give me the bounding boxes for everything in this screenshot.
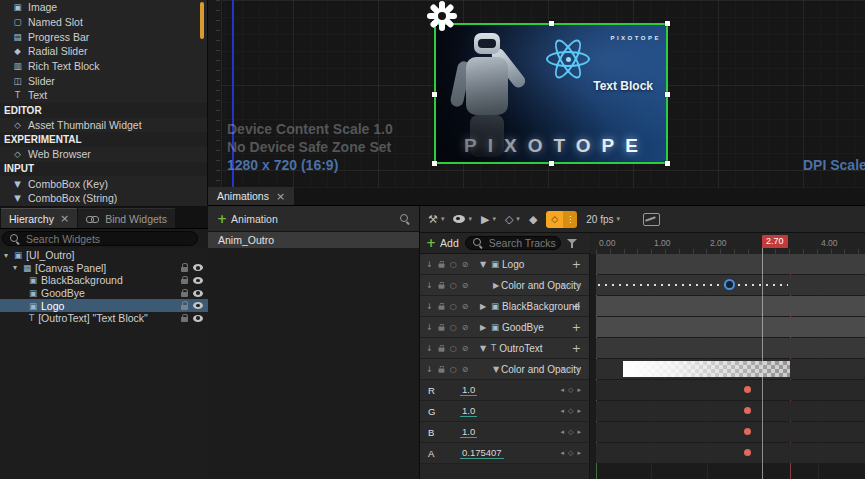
lock-icon[interactable] xyxy=(438,263,444,267)
resize-handle[interactable] xyxy=(549,161,554,166)
previous-keyframe-icon[interactable]: ◂ xyxy=(561,407,565,415)
curve-editor-button[interactable] xyxy=(643,213,660,226)
animation-list-item[interactable]: Anim_Outro xyxy=(208,232,419,248)
keyframe-a[interactable] xyxy=(744,449,751,456)
lane-blackbackground[interactable] xyxy=(596,296,865,316)
close-icon[interactable]: × xyxy=(276,190,285,203)
expander-icon[interactable]: ▶ xyxy=(478,323,488,332)
palette-item-slider[interactable]: ◫Slider xyxy=(0,73,207,88)
palette-item-progress-bar[interactable]: ▤Progress Bar xyxy=(0,29,207,44)
palette-item-image[interactable]: ▣Image xyxy=(0,0,207,15)
lock-icon[interactable] xyxy=(181,279,188,284)
previous-keyframe-icon[interactable]: ◂ xyxy=(561,386,565,394)
palette-section-input[interactable]: INPUT xyxy=(0,162,207,177)
track-row-outrotext[interactable]: ↓○⊘ ▼ T OutroText + xyxy=(420,338,589,359)
track-row-logo[interactable]: ↓○⊘ ▼ ▣ Logo + xyxy=(420,254,589,275)
playhead-line[interactable] xyxy=(762,245,763,479)
tree-item-goodbye[interactable]: ▣ GoodBye xyxy=(0,287,208,300)
lock-icon[interactable] xyxy=(438,305,444,309)
lane-outrotext[interactable] xyxy=(596,338,865,358)
channel-row-g[interactable]: G 1.0 ◂◇▸ xyxy=(420,401,589,422)
solo-icon[interactable]: ○ xyxy=(450,323,457,332)
selected-widget-bounds[interactable]: PIXOTOPE Text Block PIXOTOPE xyxy=(434,23,668,164)
tab-hierarchy[interactable]: Hierarchy × xyxy=(1,208,77,228)
palette-item-combobox-key[interactable]: ▼ComboBox (Key) xyxy=(0,176,207,191)
more-options-icon[interactable]: ⋮ xyxy=(563,211,577,228)
previous-keyframe-icon[interactable]: ◂ xyxy=(561,365,565,373)
channel-row-r[interactable]: R 1.0 ◂◇▸ xyxy=(420,380,589,401)
palette-item-text[interactable]: TText xyxy=(0,88,207,103)
next-keyframe-icon[interactable]: ▸ xyxy=(577,428,581,436)
tab-bind-widgets[interactable]: Bind Widgets xyxy=(78,208,175,228)
previous-keyframe-icon[interactable]: ◂ xyxy=(561,449,565,457)
lock-icon[interactable] xyxy=(181,267,188,272)
keyframe-dot-series[interactable] xyxy=(598,284,788,286)
visibility-eye-icon[interactable] xyxy=(193,264,203,271)
mute-icon[interactable]: ⊘ xyxy=(462,365,469,374)
track-row-color-opacity[interactable]: ↓○⊘ ▶ Color and Opacity ◂◇▸ xyxy=(420,275,589,296)
add-section-icon[interactable]: + xyxy=(572,258,581,271)
visibility-eye-icon[interactable] xyxy=(193,290,203,297)
resize-handle[interactable] xyxy=(665,21,670,26)
selected-keyframe[interactable] xyxy=(724,279,735,290)
add-section-icon[interactable]: + xyxy=(572,342,581,355)
tree-item-outrotext[interactable]: T [OutroText] "Text Block" xyxy=(0,312,208,325)
time-ruler[interactable]: 0.00 1.00 2.00 4.00 xyxy=(590,233,865,255)
lock-icon[interactable] xyxy=(181,292,188,297)
mute-icon[interactable]: ⊘ xyxy=(462,344,469,353)
solo-icon[interactable]: ○ xyxy=(450,302,457,311)
alpha-gradient-section[interactable] xyxy=(623,361,790,377)
search-animations-icon[interactable] xyxy=(400,214,410,224)
add-section-icon[interactable]: + xyxy=(572,321,581,334)
add-section-icon[interactable]: + xyxy=(572,300,581,313)
palette-item-asset-thumbnail[interactable]: ◇Asset Thumbnail Widget xyxy=(0,118,207,133)
view-options-button[interactable]: ▾ xyxy=(453,215,472,223)
add-keyframe-icon[interactable]: ◇ xyxy=(568,407,573,415)
add-keyframe-icon[interactable]: ◇ xyxy=(568,449,573,457)
previous-keyframe-icon[interactable]: ◂ xyxy=(561,428,565,436)
next-keyframe-icon[interactable]: ▸ xyxy=(577,449,581,457)
palette-item-rich-text-block[interactable]: ▥Rich Text Block xyxy=(0,59,207,74)
palette-item-named-slot[interactable]: ▢Named Slot xyxy=(0,15,207,30)
resize-handle[interactable] xyxy=(549,21,554,26)
keyframe-b[interactable] xyxy=(744,428,751,435)
timeline-area[interactable]: 0.00 1.00 2.00 4.00 2.70 xyxy=(590,233,865,479)
track-row-goodbye[interactable]: ↓○⊘ ▶ ▣ GoodBye + xyxy=(420,317,589,338)
expander-icon[interactable]: ▼ xyxy=(478,344,488,353)
lock-icon[interactable] xyxy=(438,347,444,351)
auto-key-toggle[interactable]: ◇ ⋮ xyxy=(546,211,577,228)
lane-channel-r[interactable] xyxy=(596,380,865,400)
playback-options-button[interactable]: ▶▾ xyxy=(481,213,496,226)
tree-item-ui-outro[interactable]: ▾ ▣ [UI_Outro] xyxy=(0,249,208,262)
lock-icon[interactable] xyxy=(438,368,444,372)
channel-value-input[interactable]: 1.0 xyxy=(460,426,477,438)
filter-icon[interactable] xyxy=(567,239,577,248)
next-keyframe-icon[interactable]: ▸ xyxy=(577,407,581,415)
keyframe-r[interactable] xyxy=(744,386,751,393)
pin-icon[interactable]: ↓ xyxy=(426,281,433,290)
palette-item-radial-slider[interactable]: ◆Radial Slider xyxy=(0,44,207,59)
lane-channel-b[interactable] xyxy=(596,422,865,442)
track-lanes[interactable] xyxy=(590,254,865,479)
solo-icon[interactable]: ○ xyxy=(450,365,457,374)
tab-animations[interactable]: Animations × xyxy=(208,187,294,205)
add-animation-button[interactable]: + Animation xyxy=(217,212,278,226)
resize-handle[interactable] xyxy=(665,92,670,97)
visibility-eye-icon[interactable] xyxy=(193,315,203,322)
track-row-color-opacity-outrotext[interactable]: ↓○⊘ ▼ Color and Opacity ◂◇▸ xyxy=(420,359,589,380)
lane-channel-a[interactable] xyxy=(596,443,865,463)
add-keyframe-icon[interactable]: ◇ xyxy=(568,281,573,289)
design-viewport[interactable]: Device Content Scale 1.0 No Device Safe … xyxy=(208,0,865,188)
expander-icon[interactable]: ▶ xyxy=(491,281,501,290)
visibility-eye-icon[interactable] xyxy=(193,277,203,284)
next-keyframe-icon[interactable]: ▸ xyxy=(577,365,581,373)
solo-icon[interactable]: ○ xyxy=(450,281,457,290)
logo-image-preview[interactable]: PIXOTOPE Text Block PIXOTOPE xyxy=(436,25,666,162)
expander-icon[interactable]: ▼ xyxy=(478,260,488,269)
channel-value-input[interactable]: 1.0 xyxy=(460,384,477,396)
lock-icon[interactable] xyxy=(438,284,444,288)
add-keyframe-icon[interactable]: ◇ xyxy=(568,428,573,436)
lane-logo[interactable] xyxy=(596,254,865,274)
previous-keyframe-icon[interactable]: ◂ xyxy=(561,281,565,289)
pin-icon[interactable]: ↓ xyxy=(426,344,433,353)
